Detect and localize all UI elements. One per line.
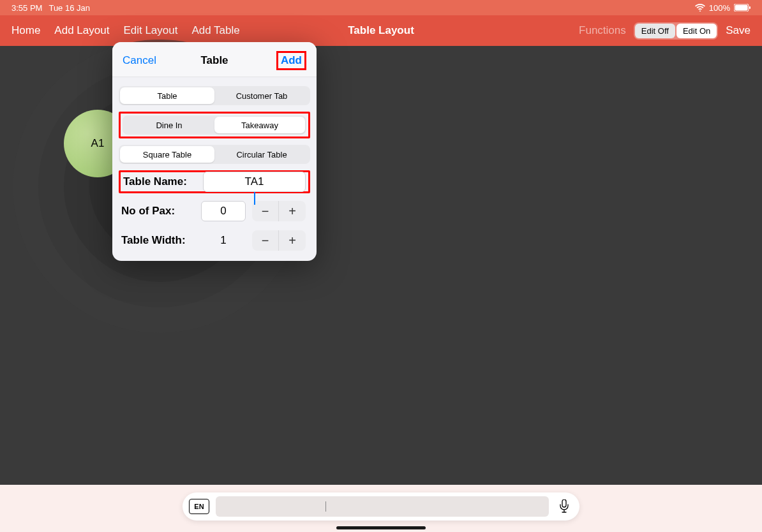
home-button[interactable]: Home <box>11 24 40 37</box>
width-value: 1 <box>201 230 246 251</box>
table-name-label: Table Name: <box>123 175 203 188</box>
pax-minus-button[interactable]: − <box>252 201 279 221</box>
edit-layout-button[interactable]: Edit Layout <box>123 24 177 37</box>
save-button[interactable]: Save <box>726 24 751 37</box>
keyboard-input-field[interactable] <box>216 496 549 517</box>
width-minus-button[interactable]: − <box>252 230 279 251</box>
add-button[interactable]: Add <box>281 54 302 66</box>
keyboard-language-button[interactable]: EN <box>189 499 209 514</box>
table-name-field[interactable] <box>204 172 305 191</box>
add-layout-button[interactable]: Add Layout <box>54 24 109 37</box>
edit-mode-toggle[interactable]: Edit Off Edit On <box>634 22 718 40</box>
width-row: Table Width: 1 − + <box>119 229 310 252</box>
pax-label: No of Pax: <box>121 205 201 218</box>
pax-row: No of Pax: 0 − + <box>119 200 310 223</box>
table-name-row-highlight: Table Name: <box>119 170 310 193</box>
type-segment[interactable]: Table Customer Tab <box>119 86 310 105</box>
cancel-button[interactable]: Cancel <box>123 54 156 67</box>
popover-title: Table <box>200 54 228 67</box>
service-segment[interactable]: Dine In Takeaway <box>123 115 306 135</box>
width-label: Table Width: <box>121 234 201 247</box>
pax-value[interactable]: 0 <box>201 201 246 221</box>
width-plus-button[interactable]: + <box>279 230 306 251</box>
page-title: Table Layout <box>348 24 414 37</box>
add-table-button[interactable]: Add Table <box>191 24 239 37</box>
segment-dine-in[interactable]: Dine In <box>124 117 214 133</box>
battery-percent: 100% <box>709 3 730 13</box>
segment-takeaway[interactable]: Takeaway <box>214 117 305 133</box>
status-bar: 3:55 PM Tue 16 Jan 100% <box>0 0 762 15</box>
wifi-icon <box>695 4 705 11</box>
service-segment-highlight: Dine In Takeaway <box>119 112 310 138</box>
svg-rect-1 <box>735 5 748 11</box>
add-table-popover: Cancel Table Add Table Customer Tab Dine… <box>112 42 317 261</box>
home-indicator[interactable] <box>336 526 426 529</box>
svg-rect-2 <box>749 6 751 9</box>
pax-plus-button[interactable]: + <box>279 201 306 221</box>
add-button-highlight: Add <box>276 51 306 70</box>
edit-off-option[interactable]: Edit Off <box>635 24 675 38</box>
toolbar: Home Add Layout Edit Layout Add Table Ta… <box>0 15 762 46</box>
segment-circular-table[interactable]: Circular Table <box>214 146 309 163</box>
svg-rect-3 <box>562 499 566 507</box>
battery-icon <box>734 4 751 11</box>
pax-stepper[interactable]: − + <box>252 201 306 221</box>
segment-customer-tab[interactable]: Customer Tab <box>214 87 309 104</box>
shape-segment[interactable]: Square Table Circular Table <box>119 145 310 164</box>
status-time: 3:55 PM <box>11 3 42 13</box>
mic-icon[interactable] <box>555 499 573 514</box>
segment-table[interactable]: Table <box>120 87 214 104</box>
width-stepper[interactable]: − + <box>252 230 306 251</box>
edit-on-option[interactable]: Edit On <box>676 24 717 38</box>
functions-button[interactable]: Functions <box>579 24 626 37</box>
segment-square-table[interactable]: Square Table <box>120 146 214 163</box>
keyboard-area: EN <box>0 485 762 532</box>
table-marker-label: A1 <box>91 137 105 150</box>
keyboard-bar[interactable]: EN <box>183 492 579 521</box>
status-date: Tue 16 Jan <box>49 3 90 13</box>
table-name-input[interactable] <box>203 172 306 192</box>
